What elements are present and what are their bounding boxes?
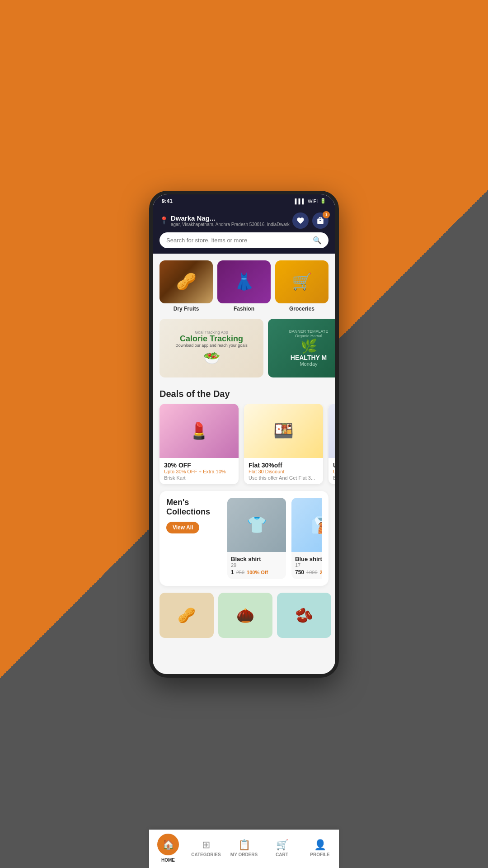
category-image-fashion: 👗	[217, 260, 271, 303]
bag-icon	[316, 217, 324, 225]
location-pin-icon: 📍	[160, 216, 169, 225]
category-image-dry-fruits: 🥜	[160, 260, 213, 303]
product-count-black-shirt: 29	[231, 562, 282, 568]
banner-calorie-desc: Download our app and reach your goals	[164, 343, 259, 348]
mens-products: 👕 Black shirt 29 1 250 100% Off	[227, 498, 322, 579]
product-count-blue-shirt: 17	[295, 562, 322, 568]
category-image-groceries: 🛒	[275, 260, 328, 303]
blue-shirt-person-icon: 👔	[311, 515, 322, 534]
category-item-fashion[interactable]: 👗 Fashion	[217, 260, 271, 312]
wifi-icon: WiFi	[308, 198, 318, 204]
location-name: Dwarka Nag...	[171, 214, 290, 222]
product-card-black-shirt[interactable]: 👕 Black shirt 29 1 250 100% Off	[227, 498, 286, 579]
categories-row: 🥜 Dry Fruits 👗 Fashion 🛒 Groceries	[153, 254, 335, 319]
deal-store-beauty: Brisk Kart	[164, 475, 234, 481]
nut-card-2[interactable]: 🌰	[218, 593, 272, 638]
mens-collections-section: Men's Collections View All 👕 Black shirt…	[160, 491, 328, 586]
banner-organic-label: Organic Harval	[272, 334, 335, 338]
deal-discount-nails: Upto 70%	[333, 462, 335, 469]
banner-organic-title: HEALTHY M	[272, 354, 335, 361]
deal-card-food[interactable]: 🍱 Flat 30%off Flat 30 Discount Use this …	[244, 404, 323, 484]
mens-collection-title: Men's Collections	[166, 498, 221, 517]
deal-info-beauty: 30% OFF Upto 30% OFF + Extra 10% Brisk K…	[160, 458, 239, 484]
status-time: 9:41	[162, 198, 173, 204]
banner-calorie[interactable]: Goal Tracking App Calorie Tracking Downl…	[160, 319, 263, 377]
product-info-blue-shirt: Blue shirt 17 750 1000 25% Off	[291, 552, 322, 579]
product-price-black-shirt: 1	[231, 569, 234, 576]
product-original-black-shirt: 250	[236, 570, 244, 575]
category-label-groceries: Groceries	[289, 306, 314, 312]
view-all-button[interactable]: View All	[166, 522, 199, 533]
product-name-black-shirt: Black shirt	[231, 556, 282, 562]
mens-left: Men's Collections View All	[166, 498, 221, 533]
mens-header: Men's Collections View All 👕 Black shirt…	[166, 498, 322, 579]
food-emoji: 🍱	[273, 421, 294, 440]
deal-store-nails: Brisk Kart	[333, 475, 335, 481]
search-icon[interactable]: 🔍	[313, 236, 322, 245]
banner-calorie-title: Calorie Tracking	[164, 335, 259, 344]
deal-desc-nails: Upto 70% OFF -	[333, 469, 335, 474]
calorie-food-icon: 🥗	[164, 350, 259, 366]
cart-button[interactable]: 1	[312, 212, 328, 229]
phone-frame: 9:41 ▌▌▌ WiFi 🔋 📍 Dwarka Nag... agar, Vi…	[149, 191, 339, 678]
status-bar: 9:41 ▌▌▌ WiFi 🔋	[153, 194, 335, 208]
category-item-groceries[interactable]: 🛒 Groceries	[275, 260, 328, 312]
banner-organic-emoji: 🌿	[272, 338, 335, 354]
product-price-row-black-shirt: 1 250 100% Off	[231, 569, 282, 576]
product-image-black-shirt: 👕	[227, 498, 286, 552]
search-input[interactable]	[166, 237, 308, 244]
product-discount-black-shirt: 100% Off	[247, 570, 268, 575]
search-bar[interactable]: 🔍	[160, 232, 328, 248]
deals-scroll: 💄 30% OFF Upto 30% OFF + Extra 10% Brisk…	[153, 404, 335, 491]
battery-icon: 🔋	[320, 198, 326, 204]
deal-desc-beauty: Upto 30% OFF + Extra 10%	[164, 469, 234, 474]
product-image-blue-shirt: 👔	[291, 498, 322, 552]
deal-image-beauty: 💄	[160, 404, 239, 458]
deal-discount-food: Flat 30%off	[249, 462, 319, 469]
deal-image-food: 🍱	[244, 404, 323, 458]
location-info: Dwarka Nag... agar, Visakhapatnam, Andhr…	[171, 214, 290, 227]
status-icons: ▌▌▌ WiFi 🔋	[295, 198, 326, 204]
header: 📍 Dwarka Nag... agar, Visakhapatnam, And…	[153, 208, 335, 254]
category-label-dry-fruits: Dry Fruits	[174, 306, 199, 312]
product-discount-blue-shirt: 25% Off	[320, 570, 322, 575]
product-price-blue-shirt: 750	[295, 569, 304, 576]
product-price-row-blue-shirt: 750 1000 25% Off	[295, 569, 322, 576]
nuts-row: 🥜 🌰 🫘	[153, 593, 335, 642]
wishlist-button[interactable]	[292, 212, 309, 229]
product-info-black-shirt: Black shirt 29 1 250 100% Off	[227, 552, 286, 579]
banner-organic-tag: BANNER TEMPLATE	[272, 329, 335, 334]
nut-card-1[interactable]: 🥜	[160, 593, 214, 638]
banners-row: Goal Tracking App Calorie Tracking Downl…	[153, 319, 335, 384]
deals-section-title: Deals of the Day	[153, 384, 335, 404]
location-row: 📍 Dwarka Nag... agar, Visakhapatnam, And…	[160, 212, 328, 229]
category-item-dry-fruits[interactable]: 🥜 Dry Fruits	[160, 260, 213, 312]
deal-image-nails: 💅	[328, 404, 335, 458]
groceries-emoji: 🛒	[292, 272, 312, 291]
deal-card-beauty[interactable]: 💄 30% OFF Upto 30% OFF + Extra 10% Brisk…	[160, 404, 239, 484]
product-original-blue-shirt: 1000	[306, 570, 317, 575]
signal-icon: ▌▌▌	[295, 198, 305, 204]
cart-badge: 1	[323, 211, 330, 218]
deal-desc-food: Flat 30 Discount	[249, 469, 319, 474]
category-label-fashion: Fashion	[234, 306, 254, 312]
nut-card-3[interactable]: 🫘	[277, 593, 331, 638]
content-area: 🥜 Dry Fruits 👗 Fashion 🛒 Groceries Goal …	[153, 254, 335, 674]
heart-icon	[296, 217, 305, 225]
banner-organic-sub: Monday	[272, 361, 335, 367]
deal-extra-food: Use this offer And Get Flat 3...	[249, 475, 319, 481]
beauty-emoji: 💄	[189, 421, 209, 440]
deal-discount-beauty: 30% OFF	[164, 462, 234, 469]
dry-fruits-emoji: 🥜	[176, 272, 197, 291]
banner-organic[interactable]: BANNER TEMPLATE Organic Harval 🌿 HEALTHY…	[268, 319, 335, 377]
black-shirt-person-icon: 👕	[247, 515, 267, 534]
deal-card-nails[interactable]: 💅 Upto 70% Upto 70% OFF - Brisk Kart	[328, 404, 335, 484]
product-card-blue-shirt[interactable]: 👔 Blue shirt 17 750 1000 25% Off	[291, 498, 322, 579]
header-icons: 1	[292, 212, 328, 229]
location-left[interactable]: 📍 Dwarka Nag... agar, Visakhapatnam, And…	[160, 214, 292, 227]
deal-info-nails: Upto 70% Upto 70% OFF - Brisk Kart	[328, 458, 335, 484]
fashion-emoji: 👗	[234, 272, 254, 291]
product-name-blue-shirt: Blue shirt	[295, 556, 322, 562]
deal-info-food: Flat 30%off Flat 30 Discount Use this of…	[244, 458, 323, 484]
location-address: agar, Visakhapatnam, Andhra Pradesh 5300…	[171, 222, 290, 227]
